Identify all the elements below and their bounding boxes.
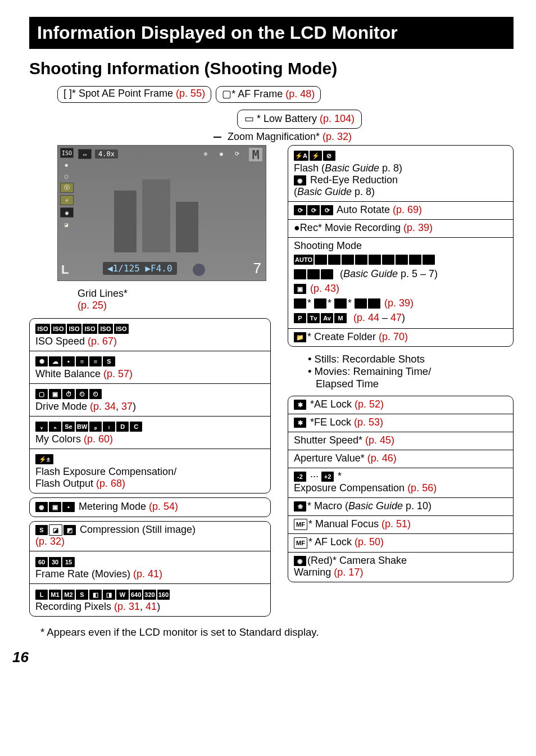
recording-pixels-entry: LM1M2S◧◨W640320160 Recording Pixels (p. … [30, 583, 270, 616]
lcd-size-letter: L [61, 262, 69, 277]
mode-row3-link: (p. 43) [310, 283, 339, 294]
page-title: Information Displayed on the LCD Monitor [29, 17, 514, 49]
redeye-ital: Basic Guide [297, 186, 352, 197]
grid-lines-text: Grid Lines* [78, 288, 128, 299]
af-lock-entry: MF* AF Lock (p. 50) [288, 533, 513, 551]
lcd-icon: ⟳ [231, 149, 243, 158]
flashcomp-line1: Flash Exposure Compensation/ [35, 466, 265, 478]
rec-movie-entry: ●Rec* Movie Recording (p. 39) [288, 219, 513, 237]
shake-pre: (Red)* [307, 555, 339, 566]
lcd-icon: ⚡ [60, 195, 74, 205]
drive-icons: ▢▣⏱⏲⏲ [35, 386, 265, 401]
frame-rate-entry: 603015 Frame Rate (Movies) (p. 41) [30, 551, 270, 583]
ae-lock-entry: ✱ *AE Lock (p. 52) [288, 396, 513, 414]
flash-after: p. 8) [379, 162, 402, 174]
recpixels-link2: 41 [146, 601, 157, 612]
create-folder-text: * Create Folder [307, 331, 379, 342]
redeye-text: Red-Eye Reduction [307, 174, 398, 185]
iso-speed-entry: ISOISOISOISOISOISO ISO Speed (p. 67) [30, 319, 270, 351]
macro-after: p. 10) [403, 500, 431, 511]
flash-entry: ⚡A⚡⊘ Flash (Basic Guide p. 8) ◉ Red-Eye … [288, 146, 513, 201]
flashcomp-link: (p. 68) [96, 478, 125, 489]
right-bottom-block: ✱ *AE Lock (p. 52) ✱ *FE Lock (p. 53) Sh… [288, 396, 514, 582]
page-root: Information Displayed on the LCD Monitor… [0, 0, 536, 672]
spot-ae-link: (p. 55) [176, 88, 205, 99]
ae-lock-text: *AE Lock [307, 399, 355, 410]
expcomp-text: Exposure Compensation [294, 482, 407, 494]
remaining-bullets: • Stills: Recordable Shots • Movies: Rem… [288, 351, 514, 396]
redeye-after: p. 8) [352, 186, 375, 197]
shake-link: (p. 17) [334, 567, 363, 578]
macro-ital: Basic Guide [348, 500, 403, 511]
mode-icons-row5: PTvAvM (p. 44 – 47) [294, 310, 507, 325]
af-frame-link: (p. 48) [285, 88, 315, 99]
low-battery-text: Low Battery [264, 113, 320, 124]
autorotate-text: Auto Rotate [337, 204, 393, 215]
mode-row2-ital: Basic Guide [343, 268, 398, 279]
white-balance-entry: ✺☁•≡≡S White Balance (p. 57) [30, 351, 270, 383]
lcd-preview: ISO ✺ ▢ Ⓥ ⚡ ◉ ◪ ▭ 4.0x ⊕ ◉ ⟳ M [57, 145, 266, 281]
iso-icons: ISOISOISOISOISOISO [35, 321, 265, 336]
left-column: ISO ✺ ▢ Ⓥ ⚡ ◉ ◪ ▭ 4.0x ⊕ ◉ ⟳ M [29, 145, 271, 621]
mode-icons-row3: ▣ (p. 43) [294, 281, 507, 296]
wb-icons: ✺☁•≡≡S [35, 354, 265, 368]
mode-letter: M [249, 148, 262, 161]
lcd-top-right-icons: ⊕ ◉ ⟳ [199, 149, 243, 158]
auto-rotate-entry: ⟳⟳⟳ Auto Rotate (p. 69) [288, 201, 513, 219]
shooting-mode-heading: Shooting Mode [294, 240, 507, 252]
shutter-speed-entry: Shutter Speed* (p. 45) [288, 432, 513, 450]
aperture-entry: Aperture Value* (p. 46) [288, 450, 513, 468]
macro-entry: ❀* Macro (Basic Guide p. 10) [288, 497, 513, 515]
manual-focus-entry: MF* Manual Focus (p. 51) [288, 515, 513, 533]
lcd-icon: ✺ [60, 160, 72, 169]
recpixels-join: , [140, 601, 146, 612]
autorotate-link: (p. 69) [393, 204, 422, 215]
mode-icons-row4: * * * (p. 39) [294, 296, 507, 310]
zoom-value: 4.0x [95, 150, 118, 159]
drive-text: Drive Mode [35, 401, 90, 412]
framerate-link: (p. 41) [133, 568, 162, 580]
mode-row5-link: (p. 44 [353, 312, 379, 323]
page-number: 16 [12, 649, 514, 666]
low-battery-row: ▭ * Low Battery (p. 104) [85, 110, 514, 129]
low-battery-callout: ▭ * Low Battery (p. 104) [237, 110, 362, 129]
iso-link: (p. 67) [88, 336, 117, 347]
ae-lock-link: (p. 52) [355, 399, 384, 410]
drive-mode-entry: ▢▣⏱⏲⏲ Drive Mode (p. 34, 37) [30, 383, 270, 416]
lcd-icon: ⊕ [199, 149, 212, 158]
flashcomp-line2: Flash Output [35, 478, 96, 489]
compression-entry: S◪◩ Compression (Still image) (p. 32) [30, 522, 270, 551]
camera-shake-entry: ◉(Red)* Camera Shake Warning (p. 17) [288, 552, 513, 582]
bullet-movies-a: • Movies: Remaining Time/ [308, 365, 514, 378]
spot-ae-text: Spot AE Point Frame [79, 88, 176, 99]
lcd-top-row: ▭ 4.0x [78, 149, 118, 159]
mycolors-link: (p. 60) [84, 433, 113, 445]
rec-pre: ●Rec* [294, 222, 325, 233]
mycolors-icons: ᵥₙSeBWₚₗDC [35, 419, 265, 433]
lcd-icon: ▢ [60, 171, 72, 180]
shooting-mode-entry: Shooting Mode AUTO (Basic Guide p. 5 – 7… [288, 237, 513, 328]
right-column: ⚡A⚡⊘ Flash (Basic Guide p. 8) ◉ Red-Eye … [288, 145, 514, 586]
left-block-1: ISOISOISOISOISOISO ISO Speed (p. 67) ✺☁•… [29, 318, 271, 494]
mode-icons-row2: (Basic Guide p. 5 – 7) [294, 266, 507, 281]
rec-text: Movie Recording [325, 222, 403, 233]
af-frame-prefix: ▢* [222, 88, 238, 99]
mode-row4-link: (p. 39) [384, 297, 414, 309]
battery-icon-prefix: ▭ * [244, 113, 264, 124]
bullet-movies-b: Elapsed Time [308, 378, 514, 390]
mode-row5-end: ) [402, 312, 405, 323]
zoom-callout: Zoom Magnification* (p. 32) [52, 131, 514, 143]
grid-lines-link: (p. 25) [78, 300, 107, 311]
iso-text: ISO Speed [35, 336, 88, 347]
zoom-text: Zoom Magnification* [228, 131, 322, 142]
aperture-text: Aperture Value* [294, 452, 367, 464]
lcd-left-icons: ISO ✺ ▢ Ⓥ ⚡ ◉ ◪ [60, 148, 74, 229]
lcd-icon: Ⓥ [60, 183, 74, 193]
mode-row5-join: – [379, 312, 390, 323]
exposure-comp-entry: -2 ··· +2 * Exposure Compensation (p. 56… [288, 468, 513, 497]
macro-text: * Macro ( [307, 500, 348, 511]
af-frame-text: AF Frame [238, 88, 285, 99]
spot-ae-prefix: [ ]* [63, 88, 79, 99]
shutter-link: (p. 45) [365, 434, 394, 446]
low-battery-link: (p. 104) [320, 113, 355, 124]
